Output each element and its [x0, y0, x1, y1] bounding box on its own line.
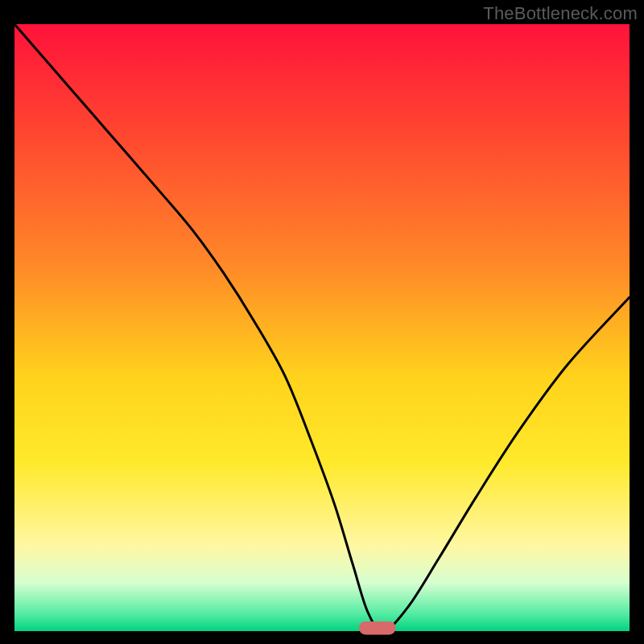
- gradient-background: [14, 24, 630, 631]
- optimal-marker: [359, 621, 396, 635]
- watermark-text: TheBottleneck.com: [483, 3, 638, 24]
- chart-stage: TheBottleneck.com: [0, 0, 644, 644]
- bottleneck-chart: [0, 0, 644, 644]
